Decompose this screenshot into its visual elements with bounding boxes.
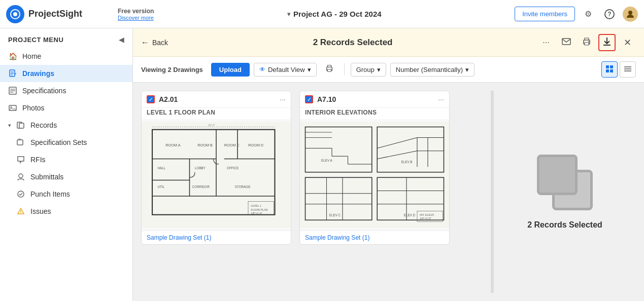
svg-rect-27: [327, 69, 331, 71]
sidebar-item-photos[interactable]: Photos: [0, 99, 132, 117]
sidebar-item-punch-items[interactable]: Punch Items: [0, 185, 132, 203]
main-layout: Project Menu ◀ 🏠 Home Drawings: [0, 28, 644, 301]
default-view-label: Default View: [268, 66, 305, 73]
sidebar-group-records[interactable]: ▾ Records: [0, 117, 132, 134]
close-icon: ✕: [624, 37, 631, 48]
drawing-card-2-menu-button[interactable]: ···: [438, 95, 444, 103]
specifications-icon: [8, 86, 17, 95]
sidebar-item-rfis[interactable]: RFIs: [0, 151, 132, 168]
sidebar-label-punch-items: Punch Items: [30, 190, 124, 198]
grid-icon: [606, 65, 613, 74]
drawing-card-1-menu-button[interactable]: ···: [280, 95, 286, 103]
help-button[interactable]: ?: [601, 6, 618, 22]
back-button[interactable]: ← Back: [141, 38, 168, 47]
close-button[interactable]: ✕: [619, 34, 636, 51]
copy-icon-front: [537, 155, 578, 195]
sidebar-label-home: Home: [22, 52, 124, 60]
logo-area: ProjectSight: [6, 5, 108, 23]
sort-label: Number (Semantically): [396, 66, 463, 73]
print-button[interactable]: [578, 34, 595, 51]
gear-button[interactable]: ⚙: [580, 6, 596, 22]
group-label: Group: [356, 66, 375, 73]
drawing-thumbnail-1: ROOM A ROOM B ROOM C ROOM D HALL LOBBY O…: [142, 119, 291, 231]
drawing-card-2-checkbox[interactable]: [305, 95, 313, 103]
svg-text:ROOM C: ROOM C: [224, 143, 240, 147]
more-options-icon: ···: [543, 38, 549, 47]
sidebar-item-submittals[interactable]: Submittals: [0, 168, 132, 185]
photos-icon: [8, 103, 17, 112]
svg-text:1/4"=1'-0": 1/4"=1'-0": [420, 217, 431, 220]
discover-more-link[interactable]: Discover more: [118, 15, 154, 21]
download-button[interactable]: [598, 34, 616, 51]
drawing-card-2[interactable]: A7.10 ··· INTERIOR ELEVATIONS: [299, 91, 450, 245]
punch-items-icon: [16, 190, 25, 199]
group-button[interactable]: Group ▾: [351, 63, 386, 77]
project-title[interactable]: ▾ Project AG - 29 Oct 2024: [287, 10, 382, 18]
action-bar-icons: ···: [537, 34, 636, 51]
default-view-button[interactable]: 👁 Default View ▾: [254, 63, 317, 77]
logo-icon: [6, 5, 24, 23]
svg-rect-31: [610, 69, 613, 72]
drawings-icon: [8, 69, 17, 78]
drawing-card-1-checkbox[interactable]: [147, 95, 155, 103]
records-selected-count: 2 Records Selected: [527, 220, 602, 230]
svg-rect-20: [562, 39, 570, 45]
submittals-icon: [16, 172, 25, 181]
grid-view-button[interactable]: [601, 61, 618, 78]
sidebar-item-specification-sets[interactable]: Specification Sets: [0, 134, 132, 151]
avatar[interactable]: [623, 7, 638, 22]
upload-button[interactable]: Upload: [211, 63, 250, 77]
view-chevron-icon: ▾: [308, 66, 311, 73]
email-button[interactable]: [558, 34, 575, 51]
sidebar-label-drawings: Drawings: [22, 69, 124, 78]
topbar-right: Invite members ⚙ ?: [515, 6, 638, 22]
back-arrow-icon: ←: [141, 38, 149, 47]
sidebar-item-specifications[interactable]: Specifications: [0, 82, 132, 99]
sidebar-label-submittals: Submittals: [30, 173, 124, 181]
svg-text:STORAGE: STORAGE: [235, 185, 251, 189]
svg-rect-30: [606, 69, 609, 72]
drawing-card-1-header: A2.01 ···: [142, 91, 291, 108]
svg-text:LEVEL 1: LEVEL 1: [251, 204, 261, 207]
svg-rect-29: [610, 65, 613, 68]
specification-sets-icon: [16, 138, 25, 147]
list-view-button[interactable]: [620, 61, 636, 78]
home-icon: 🏠: [8, 52, 17, 61]
invite-members-button[interactable]: Invite members: [515, 7, 575, 21]
more-options-button[interactable]: ···: [537, 34, 555, 51]
toolbar-print-button[interactable]: [321, 61, 338, 78]
content-area: ← Back 2 Records Selected ···: [133, 28, 644, 301]
topbar: ProjectSight Free version Discover more …: [0, 0, 644, 28]
sidebar-header: Project Menu ◀: [0, 28, 132, 48]
app-name: ProjectSight: [28, 9, 82, 19]
toolbar-right: [601, 61, 636, 78]
sidebar-label-rfis: RFIs: [30, 156, 124, 164]
sidebar-label-records: Records: [30, 121, 57, 129]
sidebar-item-drawings[interactable]: Drawings: [0, 65, 132, 82]
sidebar-item-home[interactable]: 🏠 Home: [0, 48, 132, 65]
sidebar-collapse-button[interactable]: ◀: [119, 35, 124, 44]
list-icon: [624, 65, 631, 74]
project-chevron-icon: ▾: [287, 11, 290, 18]
records-icon: [16, 121, 25, 130]
toolbar-separator: [344, 63, 345, 76]
records-selected-title: 2 Records Selected: [174, 37, 531, 48]
svg-text:ELEV A: ELEV A: [321, 159, 333, 162]
project-name: Project AG - 29 Oct 2024: [293, 10, 382, 18]
drawing-card-1[interactable]: A2.01 ··· LEVEL 1 FLOOR PLAN: [141, 91, 291, 245]
download-icon: [603, 37, 611, 48]
issues-icon: [16, 207, 25, 216]
free-version-label: Free version: [118, 8, 154, 15]
group-chevron-icon: ▾: [377, 66, 381, 73]
svg-text:HALL: HALL: [158, 167, 166, 170]
rfis-icon: [16, 155, 25, 164]
sort-button[interactable]: Number (Semantically) ▾: [390, 63, 474, 77]
svg-text:ELEV C: ELEV C: [329, 213, 341, 217]
project-menu-label: Project Menu: [8, 36, 63, 44]
svg-text:ROOM A: ROOM A: [165, 143, 180, 147]
drawing-name-2: INTERIOR ELEVATIONS: [300, 108, 449, 119]
svg-rect-15: [17, 140, 23, 145]
sidebar: Project Menu ◀ 🏠 Home Drawings: [0, 28, 133, 301]
sidebar-item-issues[interactable]: Issues: [0, 203, 132, 220]
print-icon: [582, 37, 591, 48]
